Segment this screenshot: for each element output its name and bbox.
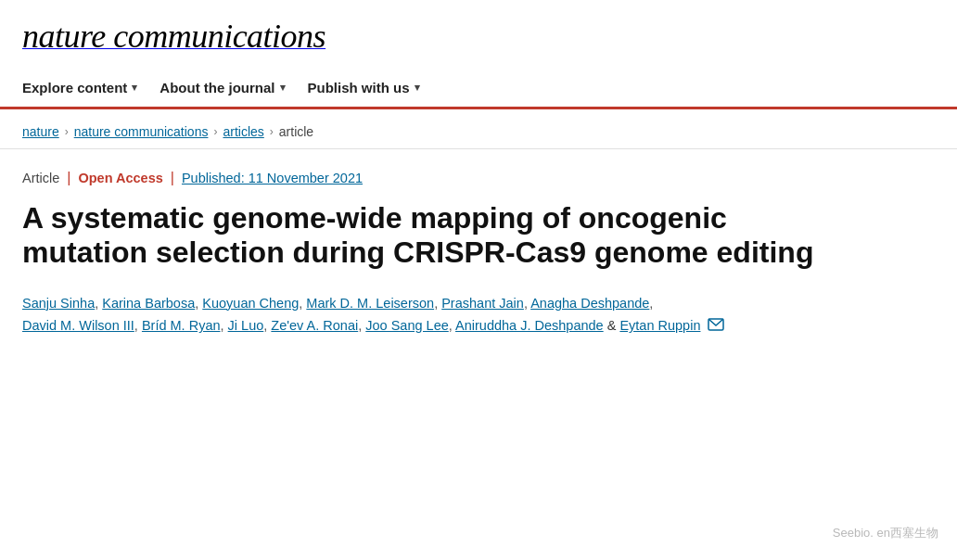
article-type: Article bbox=[22, 171, 59, 185]
breadcrumb-separator: › bbox=[213, 125, 217, 138]
author-brid-ryan[interactable]: Bríd M. Ryan bbox=[142, 318, 221, 333]
author-ji-luo[interactable]: Ji Luo bbox=[228, 318, 264, 333]
site-logo[interactable]: nature communications bbox=[22, 17, 935, 56]
meta-divider: | bbox=[67, 170, 70, 186]
nav-publish-label: Publish with us bbox=[308, 80, 410, 95]
author-david-wilson[interactable]: David M. Wilson III bbox=[22, 318, 134, 333]
author-mark-leiserson[interactable]: Mark D. M. Leiserson bbox=[306, 296, 434, 311]
breadcrumb: nature › nature communications › article… bbox=[22, 124, 935, 139]
article-meta: Article | Open Access | Published: 11 No… bbox=[22, 170, 935, 186]
breadcrumb-nature[interactable]: nature bbox=[22, 124, 59, 139]
author-aniruddha-deshpande[interactable]: Aniruddha J. Deshpande bbox=[455, 318, 604, 333]
chevron-down-icon: ▾ bbox=[132, 82, 137, 94]
nav-explore-label: Explore content bbox=[22, 80, 127, 95]
breadcrumb-current: article bbox=[279, 124, 313, 139]
chevron-down-icon: ▾ bbox=[415, 82, 420, 94]
open-access-badge: Open Access bbox=[78, 171, 162, 185]
authors-list: Sanju Sinha, Karina Barbosa, Kuoyuan Che… bbox=[22, 292, 935, 338]
author-prashant-jain[interactable]: Prashant Jain bbox=[441, 296, 524, 311]
author-zeev-ronai[interactable]: Ze'ev A. Ronai bbox=[271, 318, 358, 333]
watermark: Seebio. en西塞生物 bbox=[833, 525, 938, 541]
nav-publish-with-us[interactable]: Publish with us ▾ bbox=[304, 69, 439, 107]
main-nav: Explore content ▾ About the journal ▾ Pu… bbox=[22, 69, 935, 107]
nav-about-journal[interactable]: About the journal ▾ bbox=[156, 69, 303, 107]
author-joo-sang-lee[interactable]: Joo Sang Lee bbox=[365, 318, 449, 333]
breadcrumb-separator: › bbox=[65, 125, 69, 138]
author-karina-barbosa[interactable]: Karina Barbosa bbox=[102, 296, 195, 311]
author-sanju-sinha[interactable]: Sanju Sinha bbox=[22, 296, 95, 311]
breadcrumb-articles[interactable]: articles bbox=[223, 124, 263, 139]
site-header: nature communications Explore content ▾ … bbox=[0, 0, 957, 109]
breadcrumb-separator: › bbox=[270, 125, 274, 138]
published-date[interactable]: Published: 11 November 2021 bbox=[182, 171, 363, 185]
chevron-down-icon: ▾ bbox=[280, 82, 286, 94]
breadcrumb-section: nature › nature communications › article… bbox=[0, 109, 957, 149]
nav-explore-content[interactable]: Explore content ▾ bbox=[22, 69, 156, 107]
breadcrumb-nature-communications[interactable]: nature communications bbox=[74, 124, 209, 139]
author-eytan-ruppin[interactable]: Eytan Ruppin bbox=[619, 318, 700, 333]
meta-divider-2: | bbox=[171, 170, 174, 186]
email-icon[interactable] bbox=[708, 315, 724, 338]
nav-about-label: About the journal bbox=[160, 80, 274, 95]
article-main: Article | Open Access | Published: 11 No… bbox=[0, 149, 957, 361]
author-anagha-deshpande[interactable]: Anagha Deshpande bbox=[530, 296, 649, 311]
article-title: A systematic genome-wide mapping of onco… bbox=[22, 201, 857, 270]
author-kuoyuan-cheng[interactable]: Kuoyuan Cheng bbox=[202, 296, 299, 311]
